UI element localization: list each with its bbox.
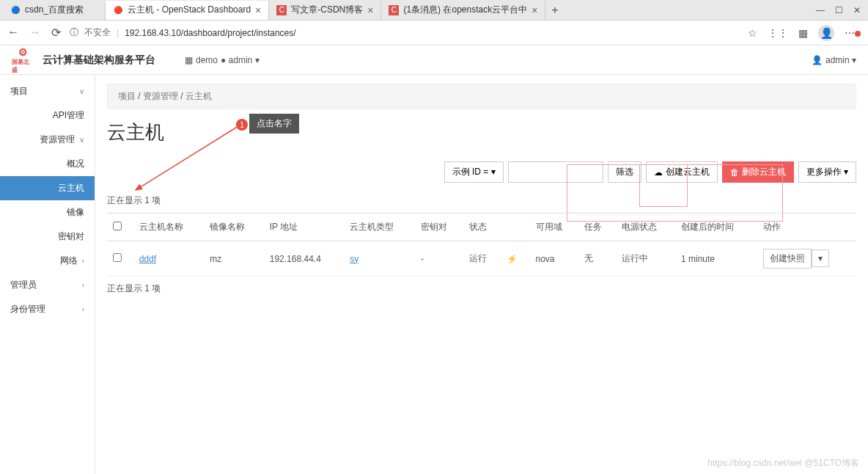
back-button[interactable]: ← [7, 26, 19, 40]
brand-title: 云计算基础架构服务平台 [43, 54, 155, 67]
create-instance-button[interactable]: ☁ 创建云主机 [646, 161, 718, 183]
annotation-label: 点击名字 [249, 114, 299, 134]
extension-icon[interactable]: ⋮⋮ [768, 27, 788, 39]
profile-avatar[interactable]: 👤 [818, 25, 834, 41]
cell-power: 运行中 [616, 241, 675, 277]
sidebar-item-overview[interactable]: 概况 [0, 152, 95, 176]
url-text: 192.168.43.10/dashboard/project/instance… [125, 28, 296, 38]
refresh-button[interactable]: ⟳ [51, 26, 61, 40]
status-icon: ⚡ [501, 241, 529, 277]
th-ip: IP 地址 [264, 214, 345, 241]
tab-title-2: 写文章-CSDN博客 [291, 4, 363, 16]
new-tab-button[interactable]: + [545, 4, 564, 17]
th-image: 镜像名称 [204, 214, 263, 241]
chevron-right-icon: › [82, 281, 84, 289]
project-icon: ▦ [185, 55, 193, 65]
filter-dropdown[interactable]: 示例 ID = ▾ [444, 161, 504, 183]
table-header-row: 云主机名称 镜像名称 IP 地址 云主机类型 密钥对 状态 可用域 任务 电源状… [107, 214, 856, 241]
cell-zone: nova [530, 241, 578, 277]
project-selector[interactable]: ▦ demo ● admin ▾ [185, 55, 260, 65]
th-flavor: 云主机类型 [344, 214, 415, 241]
menu-icon[interactable]: ⋯ [845, 27, 861, 39]
th-status: 状态 [463, 214, 501, 241]
th-name: 云主机名称 [133, 214, 205, 241]
search-input[interactable] [508, 161, 603, 183]
more-actions-button[interactable]: 更多操作 ▾ [798, 161, 856, 183]
row-checkbox[interactable] [113, 253, 122, 262]
tab-title-3: (1条消息) 在openstack云平台中 [403, 4, 527, 16]
th-actions: 动作 [757, 214, 856, 241]
tab-favicon-2: C [276, 5, 287, 15]
url-box[interactable]: ⓘ 不安全 | 192.168.43.10/dashboard/project/… [70, 26, 739, 39]
sidebar-item-resources[interactable]: 资源管理∨ [0, 128, 95, 152]
annotation-badge: 1 [236, 119, 248, 131]
user-menu[interactable]: 👤 admin ▾ [812, 55, 856, 65]
sidebar-item-admin[interactable]: 管理员› [0, 273, 95, 297]
sidebar-item-identity[interactable]: 身份管理› [0, 297, 95, 321]
th-task: 任务 [578, 214, 616, 241]
instance-name-link[interactable]: dddf [139, 254, 156, 264]
bookmark-icon[interactable]: ☆ [748, 27, 757, 39]
sidebar-item-project[interactable]: 项目∨ [0, 79, 95, 103]
browser-tab-2[interactable]: C 写文章-CSDN博客 × [269, 1, 381, 20]
chevron-down-icon: ∨ [79, 87, 84, 95]
browser-tab-0[interactable]: 🔵 csdn_百度搜索 [3, 1, 106, 20]
browser-tab-3[interactable]: C (1条消息) 在openstack云平台中 × [381, 1, 545, 20]
filter-button[interactable]: 筛选 [608, 161, 641, 183]
select-all-checkbox[interactable] [113, 222, 122, 230]
watermark: https://blog.csdn.net/wei @51CTO博客 [707, 457, 859, 470]
breadcrumb-0[interactable]: 项目 [118, 91, 136, 101]
browser-tabs: 🔵 csdn_百度搜索 🔴 云主机 - OpenStack Dashboard … [0, 0, 868, 21]
flavor-link[interactable]: sy [350, 254, 358, 264]
page-title: 云主机 [107, 115, 856, 156]
close-icon[interactable]: × [255, 4, 261, 16]
close-window-button[interactable]: ✕ [853, 5, 861, 15]
trash-icon: 🗑 [730, 167, 739, 178]
row-action-dropdown[interactable]: ▾ [812, 249, 829, 267]
chevron-right-icon: › [82, 305, 84, 313]
breadcrumb-1[interactable]: 资源管理 [143, 91, 178, 101]
row-action-button[interactable]: 创建快照 [763, 249, 812, 269]
tab-title-1: 云主机 - OpenStack Dashboard [128, 4, 251, 16]
cell-status: 运行 [463, 241, 501, 277]
table-caption-bottom: 正在显示 1 项 [107, 277, 856, 301]
qrcode-icon[interactable]: ▦ [798, 27, 808, 39]
minimize-button[interactable]: — [816, 5, 825, 15]
breadcrumb: 项目 / 资源管理 / 云主机 [107, 84, 856, 109]
forward-button[interactable]: → [29, 26, 41, 40]
th-power: 电源状态 [616, 214, 675, 241]
delete-instance-button[interactable]: 🗑 删除云主机 [722, 161, 794, 183]
tab-favicon-1: 🔴 [113, 5, 123, 15]
user-icon: 👤 [812, 55, 823, 65]
instances-table: 云主机名称 镜像名称 IP 地址 云主机类型 密钥对 状态 可用域 任务 电源状… [107, 213, 856, 277]
logo-badge: ⚙ 国基北盛 [12, 49, 34, 71]
sidebar: 项目∨ API管理 资源管理∨ 概况 云主机 镜像 密钥对 网络› 管理员› 身… [0, 75, 95, 474]
table-caption-top: 正在显示 1 项 [107, 189, 856, 213]
cell-created: 1 minute [675, 241, 757, 277]
maximize-button[interactable]: ☐ [835, 5, 843, 15]
tab-title-0: csdn_百度搜索 [25, 4, 84, 16]
sidebar-item-instances[interactable]: 云主机 [0, 176, 95, 200]
chevron-down-icon: ∨ [79, 136, 84, 144]
close-icon[interactable]: × [532, 4, 537, 16]
th-keypair: 密钥对 [415, 214, 463, 241]
cloud-icon: ☁ [654, 167, 663, 178]
sidebar-item-api[interactable]: API管理 [0, 103, 95, 128]
cell-keypair: - [415, 241, 463, 277]
table-row: dddf mz 192.168.44.4 sy - 运行 ⚡ nova 无 运行… [107, 241, 856, 277]
sidebar-item-keypairs[interactable]: 密钥对 [0, 225, 95, 249]
browser-tab-1[interactable]: 🔴 云主机 - OpenStack Dashboard × [106, 1, 269, 20]
security-label: 不安全 [84, 26, 111, 39]
cell-task: 无 [578, 241, 616, 277]
breadcrumb-2: 云主机 [185, 91, 212, 101]
table-toolbar: 示例 ID = ▾ 筛选 ☁ 创建云主机 🗑 删除云主机 更多操作 ▾ [107, 156, 856, 189]
sidebar-item-images[interactable]: 镜像 [0, 200, 95, 225]
tab-favicon-0: 🔵 [10, 5, 21, 15]
logo: ⚙ 国基北盛 云计算基础架构服务平台 [12, 49, 155, 71]
sidebar-item-network[interactable]: 网络› [0, 249, 95, 273]
address-bar: ← → ⟳ ⓘ 不安全 | 192.168.43.10/dashboard/pr… [0, 21, 868, 45]
tab-favicon-3: C [389, 5, 399, 15]
close-icon[interactable]: × [367, 4, 373, 16]
info-icon: ⓘ [70, 26, 78, 39]
cell-image: mz [204, 241, 263, 277]
